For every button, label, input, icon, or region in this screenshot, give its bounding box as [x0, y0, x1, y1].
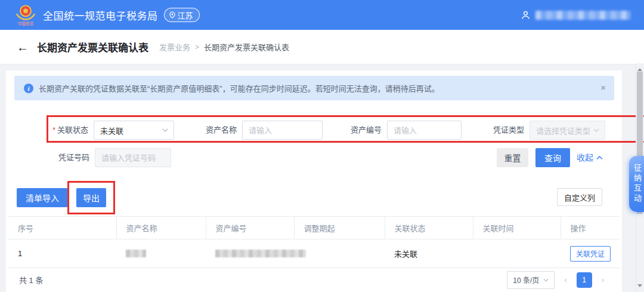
- cell-link-status: 未关联: [385, 239, 473, 268]
- info-banner-text: 长期资产关联的凭证数据关联至“长期资产原值明细表”，可能存在同步时间延迟。若短时…: [39, 82, 439, 94]
- collapse-label: 收起: [577, 148, 593, 167]
- side-tab-interaction[interactable]: 征纳互动: [629, 156, 644, 212]
- breadcrumb-current: 长期资产发票关联确认表: [204, 41, 289, 53]
- filter-voucher-type: 凭证类型 请选择凭证类型: [493, 121, 605, 140]
- assets-table: 序号 资产名称 资产编号 调整期起 关联状态 关联时间 操作 1 未关联: [8, 216, 620, 268]
- cell-asset-name-masked: [116, 239, 206, 268]
- page-body: i 长期资产关联的凭证数据关联至“长期资产原值明细表”，可能存在同步时间延迟。若…: [0, 64, 644, 292]
- required-mark: *: [52, 125, 55, 134]
- asset-code-input[interactable]: [387, 121, 462, 140]
- voucher-type-label: 凭证类型: [493, 121, 524, 140]
- breadcrumb-section[interactable]: 发票业务: [159, 41, 190, 53]
- app-title: 全国统一规范电子税务局: [43, 8, 158, 23]
- breadcrumb-row: ← 长期资产发票关联确认表 发票业务 > 长期资产发票关联确认表: [0, 30, 644, 64]
- location-pin-icon: [169, 11, 176, 19]
- user-account[interactable]: [521, 10, 631, 20]
- pagination: 10 条/页 ‹ 1 ›: [507, 271, 605, 289]
- table-row: 1 未关联 关联凭证: [8, 239, 620, 268]
- app-header: 中国税务 全国统一规范电子税务局 江苏: [0, 0, 644, 30]
- import-list-button[interactable]: 清单导入: [17, 188, 68, 207]
- col-asset-code: 资产编号: [206, 217, 294, 239]
- filter-asset-code: 资产编号: [351, 121, 462, 140]
- filter-voucher-no: 凭证号码: [58, 148, 171, 167]
- cell-asset-code-masked: [206, 239, 294, 268]
- link-status-value: 未关联: [100, 125, 123, 136]
- col-index: 序号: [8, 217, 116, 239]
- filter-asset-name: 资产名称: [206, 121, 323, 140]
- query-button[interactable]: 查询: [535, 148, 570, 167]
- export-button[interactable]: 导出: [76, 188, 106, 207]
- voucher-type-placeholder: 请选择凭证类型: [536, 125, 590, 136]
- col-operation: 操作: [561, 217, 620, 239]
- location-label: 江苏: [178, 10, 193, 21]
- close-icon[interactable]: ×: [600, 83, 606, 92]
- link-voucher-button[interactable]: 关联凭证: [570, 246, 611, 262]
- asset-name-input[interactable]: [242, 121, 323, 140]
- content-card: i 长期资产关联的凭证数据关联至“长期资产原值明细表”，可能存在同步时间延迟。若…: [6, 70, 622, 292]
- chevron-down-icon: [162, 128, 168, 132]
- breadcrumb-separator-icon: >: [195, 43, 199, 51]
- collapse-toggle[interactable]: 收起: [577, 148, 603, 167]
- col-adjust-period: 调整期起: [294, 217, 385, 239]
- location-badge[interactable]: 江苏: [164, 8, 200, 22]
- customize-columns-button[interactable]: 自定义列: [557, 188, 602, 206]
- voucher-no-input: [95, 148, 171, 167]
- side-tab-label: 征纳互动: [630, 164, 644, 204]
- table-footer: 共 1 条 10 条/页 ‹ 1 ›: [8, 268, 620, 292]
- col-asset-name: 资产名称: [116, 217, 206, 239]
- chevron-up-icon: [596, 156, 603, 160]
- reset-button[interactable]: 重置: [497, 148, 528, 167]
- link-status-select[interactable]: 未关联: [94, 121, 174, 140]
- page-size-select[interactable]: 10 条/页: [507, 271, 555, 289]
- scroll-down-icon[interactable]: [637, 284, 642, 290]
- prev-page-button[interactable]: ‹: [563, 276, 568, 284]
- page-size-value: 10 条/页: [513, 275, 539, 285]
- table-header: 序号 资产名称 资产编号 调整期起 关联状态 关联时间 操作: [8, 217, 620, 239]
- chevron-down-icon: [543, 278, 549, 282]
- info-icon: i: [24, 84, 33, 93]
- next-page-button[interactable]: ›: [600, 276, 605, 284]
- user-name-masked: [535, 11, 631, 20]
- chevron-down-icon: [593, 128, 599, 132]
- svg-text:中国税务: 中国税务: [18, 21, 34, 26]
- cell-index: 1: [8, 239, 116, 268]
- current-page-button[interactable]: 1: [577, 272, 592, 288]
- breadcrumb: 发票业务 > 长期资产发票关联确认表: [159, 41, 289, 53]
- export-button-wrap: 导出: [76, 188, 106, 207]
- voucher-type-select: 请选择凭证类型: [530, 121, 605, 140]
- tax-bureau-logo: 中国税务: [14, 3, 37, 27]
- asset-name-label: 资产名称: [206, 121, 237, 140]
- back-button[interactable]: ←: [17, 41, 29, 53]
- cell-operation: 关联凭证: [561, 239, 620, 268]
- asset-code-label: 资产编号: [351, 121, 382, 140]
- cell-adjust-period: [294, 239, 385, 268]
- scroll-up-icon[interactable]: [637, 66, 642, 71]
- page-title: 长期资产发票关联确认表: [37, 39, 148, 54]
- total-count: 共 1 条: [19, 274, 43, 285]
- link-status-label: *关联状态: [52, 121, 88, 140]
- col-link-status: 关联状态: [385, 217, 473, 239]
- cell-link-time: [473, 239, 561, 268]
- col-link-time: 关联时间: [473, 217, 561, 239]
- info-banner: i 长期资产关联的凭证数据关联至“长期资产原值明细表”，可能存在同步时间延迟。若…: [14, 76, 614, 100]
- user-icon: [521, 10, 531, 20]
- voucher-no-label: 凭证号码: [58, 148, 89, 167]
